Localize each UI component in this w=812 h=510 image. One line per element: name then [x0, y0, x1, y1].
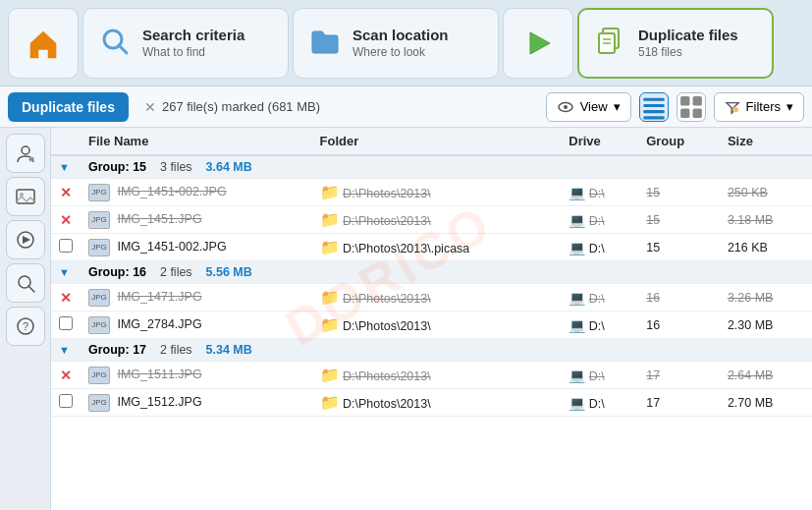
file-thumbnail: JPG	[88, 184, 110, 201]
checkbox-cell[interactable]	[51, 312, 81, 339]
filename-cell: JPG IMG_1471.JPG	[81, 284, 312, 312]
size-cell: 2.70 MB	[720, 389, 812, 417]
checkbox-cell[interactable]: ✕	[51, 284, 81, 312]
checkbox-cell[interactable]	[51, 389, 81, 417]
group-chevron-cell: ▼	[51, 155, 81, 179]
duplicate-files-section[interactable]: Duplicate files 518 files	[577, 8, 774, 79]
group-cell: 16	[638, 312, 720, 339]
folder-icon	[309, 26, 341, 60]
x-mark-icon: ✕	[60, 185, 72, 200]
folder-text: D:\Photos\2013\	[343, 319, 431, 333]
chevron-down-icon: ▼	[59, 266, 70, 278]
filters-button[interactable]: Filters ▾	[714, 92, 804, 122]
sidebar: ?	[0, 128, 51, 510]
file-thumbnail: JPG	[88, 367, 110, 384]
file-thumbnail: JPG	[88, 316, 110, 334]
col-folder[interactable]: Folder	[312, 128, 562, 155]
size-cell: 2.30 MB	[720, 312, 812, 339]
files-table-container: File Name Folder Drive Group Size ▼ Grou…	[51, 128, 812, 510]
laptop-icon: 💻	[568, 368, 585, 383]
group-info-cell: Group: 15 3 files 3.64 MB	[81, 155, 812, 179]
checkbox-cell[interactable]: ✕	[51, 206, 81, 234]
file-thumbnail: JPG	[88, 239, 110, 256]
filename-cell: JPG IMG_1451-002.JPG	[81, 234, 312, 261]
size-text: 250 KB	[728, 186, 768, 199]
svg-rect-11	[643, 110, 665, 113]
filter-icon	[725, 99, 740, 115]
sidebar-image-button[interactable]	[6, 177, 45, 216]
drive-cell: 💻 D:\	[561, 234, 638, 261]
svg-line-29	[28, 286, 34, 292]
svg-rect-14	[692, 96, 701, 105]
checkbox-cell[interactable]	[51, 234, 81, 261]
search-icon	[15, 272, 36, 294]
col-size[interactable]: Size	[720, 128, 812, 155]
svg-marker-2	[530, 32, 550, 54]
help-icon: ?	[15, 315, 36, 337]
row-checkbox[interactable]	[59, 394, 73, 408]
play-circle-icon	[15, 229, 36, 251]
size-cell: 3.18 MB	[720, 206, 812, 234]
x-mark-icon: ✕	[60, 212, 72, 228]
size-cell: 216 KB	[720, 234, 812, 261]
search-criteria-section[interactable]: Search criteria What to find	[82, 8, 289, 79]
sidebar-help-button[interactable]: ?	[6, 307, 45, 346]
row-checkbox[interactable]	[59, 239, 73, 253]
chevron-down-icon: ▾	[786, 99, 793, 114]
col-drive[interactable]: Drive	[561, 128, 638, 155]
close-icon: ✕	[144, 99, 156, 115]
marked-files-info: ✕ 267 file(s) marked (681 MB)	[144, 99, 320, 115]
svg-marker-27	[23, 236, 30, 244]
laptop-icon: 💻	[568, 317, 585, 333]
size-cell: 250 KB	[720, 179, 812, 206]
grid-view-button[interactable]	[677, 92, 706, 122]
filename-text: IMG_1512.JPG	[117, 394, 201, 408]
checkbox-cell[interactable]: ✕	[51, 362, 81, 389]
drive-cell: 💻 D:\	[561, 362, 638, 389]
svg-text:?: ?	[23, 320, 28, 332]
svg-point-8	[564, 105, 568, 109]
svg-line-1	[119, 45, 127, 53]
group-label: Group: 16	[88, 265, 146, 279]
col-filename[interactable]: File Name	[81, 128, 312, 155]
folder-icon: 📁	[320, 184, 340, 200]
filename-text: IMG_1471.JPG	[117, 289, 201, 303]
laptop-icon: 💻	[568, 240, 585, 255]
folder-text: D:\Photos\2013\	[343, 214, 431, 228]
group-cell: 15	[638, 234, 720, 261]
play-button[interactable]	[503, 8, 573, 79]
row-checkbox[interactable]	[59, 316, 73, 330]
group-size: 3.64 MB	[206, 160, 252, 174]
size-text: 216 KB	[728, 241, 768, 255]
sidebar-play-button[interactable]	[6, 220, 45, 259]
table-row: ✕ JPG IMG_1471.JPG 📁 D:\Photos\2013\ 💻 D…	[51, 284, 812, 312]
laptop-icon: 💻	[568, 185, 585, 200]
table-row: JPG IMG_2784.JPG 📁 D:\Photos\2013\ 💻 D:\…	[51, 312, 812, 339]
home-button[interactable]	[8, 8, 79, 79]
folder-icon: 📁	[320, 211, 340, 228]
sidebar-profile-button[interactable]	[6, 134, 45, 173]
scan-location-section[interactable]: Scan location Where to look	[293, 8, 499, 79]
view-button[interactable]: View ▾	[546, 92, 631, 122]
checkbox-cell[interactable]: ✕	[51, 179, 81, 206]
group-file-count: 2 files	[160, 265, 192, 279]
search-icon	[99, 26, 131, 60]
x-mark-icon: ✕	[60, 368, 72, 383]
filename-text: IMG_1451.JPG	[117, 211, 201, 225]
folder-cell: 📁 D:\Photos\2013\	[312, 284, 562, 312]
list-view-button[interactable]	[639, 92, 669, 122]
size-cell: 3.26 MB	[720, 284, 812, 312]
laptop-icon: 💻	[568, 395, 585, 411]
folder-cell: 📁 D:\Photos\2013\	[312, 362, 562, 389]
col-group[interactable]: Group	[638, 128, 720, 155]
group-size: 5.34 MB	[206, 343, 252, 357]
folder-icon: 📁	[320, 289, 340, 306]
group-header-row: ▼ Group: 16 2 files 5.56 MB	[51, 261, 812, 284]
svg-rect-13	[680, 96, 689, 105]
duplicate-files-button[interactable]: Duplicate files	[8, 92, 129, 122]
folder-text: D:\Photos\2013\	[343, 397, 431, 411]
sidebar-search-button[interactable]	[6, 263, 45, 303]
list-icon	[640, 93, 668, 121]
size-text: 3.26 MB	[728, 291, 774, 305]
table-row: ✕ JPG IMG_1451.JPG 📁 D:\Photos\2013\ 💻 D…	[51, 206, 812, 234]
